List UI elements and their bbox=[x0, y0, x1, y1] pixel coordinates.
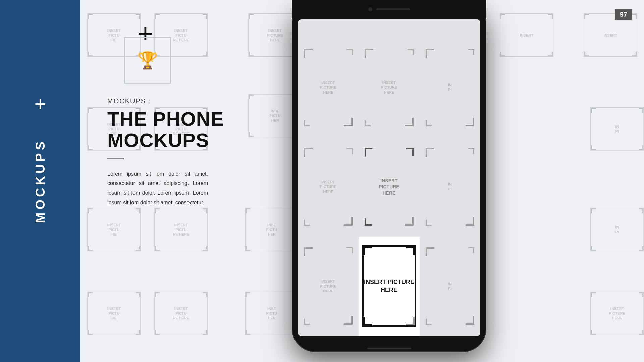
trophy-box: 🏆 bbox=[124, 37, 171, 84]
screen-cell: INPI bbox=[420, 38, 480, 137]
page-number: 97 bbox=[615, 9, 632, 20]
screen-cell: INSERTPICTUREHERE bbox=[298, 237, 359, 336]
phone-top-strip bbox=[292, 0, 486, 18]
sidebar-plus-icon: + bbox=[34, 94, 46, 114]
divider bbox=[107, 158, 124, 159]
trophy-icon: 🏆 bbox=[137, 51, 158, 70]
screen-grid: INSERTPICTUREHERE INSERTPICTUREHERE bbox=[298, 38, 480, 336]
sidebar: + MOCKUPS bbox=[0, 0, 80, 362]
screen-placeholder: INSERTPICTUREHERE bbox=[304, 148, 353, 226]
slide: + MOCKUPS INSERTPICTURE INSERTPICTURE HE… bbox=[0, 0, 644, 362]
phone-home-indicator bbox=[367, 348, 411, 349]
screen-cell: INSERTPICTUREHERE bbox=[359, 38, 419, 137]
section-title: THE PHONE MOCKUPS bbox=[107, 108, 288, 151]
screen-placeholder: INPI bbox=[426, 247, 474, 325]
screen-cell-featured: INSERT PICTURE HERE bbox=[359, 237, 419, 336]
screen-placeholder-featured: INSERTPICTUREHERE bbox=[365, 148, 413, 226]
left-panel: + 🏆 MOCKUPS : THE PHONE MOCKUPS Lorem ip… bbox=[80, 0, 309, 362]
phone-area: INSERTPICTUREHERE INSERTPICTUREHERE bbox=[275, 0, 644, 362]
phone-speaker bbox=[376, 8, 410, 10]
screen-placeholder: INSERTPICTUREHERE bbox=[304, 247, 353, 325]
description-text: Lorem ipsum sit lom dolor sit amet, cons… bbox=[107, 169, 208, 208]
screen-cell: INSERTPICTUREHERE bbox=[298, 137, 359, 236]
insert-picture-here-label: INSERT PICTURE HERE bbox=[364, 278, 415, 294]
phone-screen: INSERTPICTUREHERE INSERTPICTUREHERE bbox=[298, 19, 480, 336]
screen-placeholder: INSERTPICTUREHERE bbox=[304, 49, 353, 126]
screen-cell: INSERTPICTUREHERE bbox=[298, 38, 359, 137]
section-label: MOCKUPS : bbox=[107, 97, 288, 105]
screen-placeholder-large: INSERT PICTURE HERE bbox=[362, 245, 416, 327]
sidebar-label: MOCKUPS bbox=[33, 139, 48, 223]
phone-camera bbox=[368, 7, 372, 11]
trophy-section: + 🏆 bbox=[117, 30, 288, 84]
screen-placeholder: INPI bbox=[426, 148, 474, 226]
screen-cell: INSERTPICTUREHERE bbox=[359, 137, 419, 236]
screen-cell: INPI bbox=[420, 237, 480, 336]
main-content: INSERTPICTURE INSERTPICTURE HERE INSERTP… bbox=[80, 0, 644, 362]
screen-cell: INPI bbox=[420, 137, 480, 236]
screen-placeholder: INPI bbox=[426, 49, 474, 126]
phone-device: INSERTPICTUREHERE INSERTPICTUREHERE bbox=[292, 0, 486, 352]
screen-placeholder: INSERTPICTUREHERE bbox=[365, 49, 413, 126]
